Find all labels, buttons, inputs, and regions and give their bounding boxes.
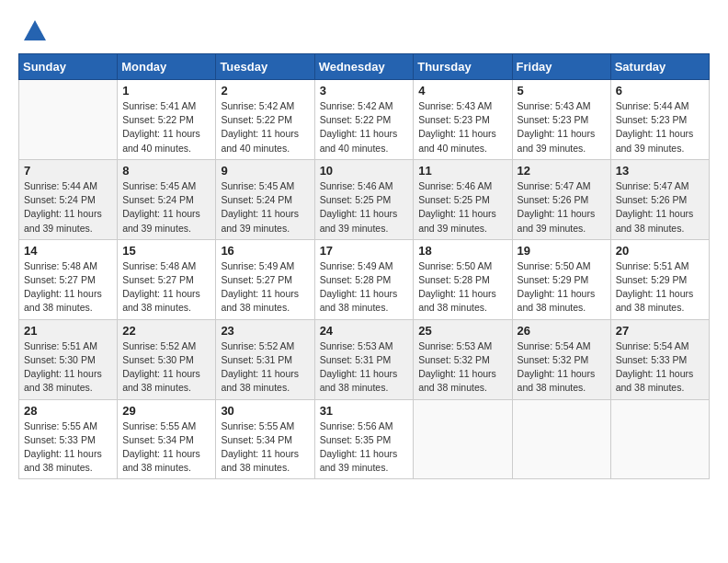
logo-icon [22,18,48,44]
calendar-cell: 29Sunrise: 5:55 AMSunset: 5:34 PMDayligh… [118,399,216,479]
day-number: 19 [518,244,606,258]
column-header-friday: Friday [512,54,610,80]
column-header-sunday: Sunday [19,54,118,80]
day-number: 1 [122,84,210,98]
day-info: Sunrise: 5:42 AMSunset: 5:22 PMDaylight:… [221,99,309,155]
calendar-cell: 8Sunrise: 5:45 AMSunset: 5:24 PMDaylight… [118,159,216,239]
day-number: 31 [320,404,409,418]
day-number: 22 [122,324,210,338]
day-number: 18 [418,244,506,258]
day-info: Sunrise: 5:45 AMSunset: 5:24 PMDaylight:… [122,179,210,236]
calendar-cell: 20Sunrise: 5:51 AMSunset: 5:29 PMDayligh… [610,239,709,319]
day-number: 12 [518,164,606,178]
day-number: 29 [122,404,210,418]
calendar-cell: 14Sunrise: 5:48 AMSunset: 5:27 PMDayligh… [19,239,118,319]
day-info: Sunrise: 5:43 AMSunset: 5:23 PMDaylight:… [418,99,506,155]
day-number: 5 [518,84,606,98]
day-info: Sunrise: 5:49 AMSunset: 5:28 PMDaylight:… [320,259,409,316]
day-info: Sunrise: 5:43 AMSunset: 5:23 PMDaylight:… [518,99,606,155]
calendar-cell: 26Sunrise: 5:54 AMSunset: 5:32 PMDayligh… [512,319,610,399]
calendar-cell: 5Sunrise: 5:43 AMSunset: 5:23 PMDaylight… [512,80,610,160]
calendar-cell: 17Sunrise: 5:49 AMSunset: 5:28 PMDayligh… [314,239,414,319]
day-number: 23 [221,324,309,338]
calendar-cell: 30Sunrise: 5:55 AMSunset: 5:34 PMDayligh… [216,399,314,479]
calendar-cell: 9Sunrise: 5:45 AMSunset: 5:24 PMDaylight… [216,159,314,239]
calendar-cell [512,399,610,479]
day-info: Sunrise: 5:49 AMSunset: 5:27 PMDaylight:… [221,259,309,316]
day-number: 8 [122,164,210,178]
day-number: 2 [221,84,309,98]
day-info: Sunrise: 5:51 AMSunset: 5:29 PMDaylight:… [616,259,704,316]
day-info: Sunrise: 5:44 AMSunset: 5:23 PMDaylight:… [616,99,704,155]
calendar-cell: 13Sunrise: 5:47 AMSunset: 5:26 PMDayligh… [610,159,709,239]
day-number: 24 [320,324,409,338]
logo [18,18,48,44]
day-info: Sunrise: 5:55 AMSunset: 5:33 PMDaylight:… [24,419,112,476]
day-info: Sunrise: 5:44 AMSunset: 5:24 PMDaylight:… [24,179,112,236]
calendar-cell: 18Sunrise: 5:50 AMSunset: 5:28 PMDayligh… [414,239,512,319]
day-number: 6 [616,84,704,98]
calendar-cell [414,399,512,479]
day-number: 26 [518,324,606,338]
page-header [18,18,710,44]
calendar-cell: 24Sunrise: 5:53 AMSunset: 5:31 PMDayligh… [314,319,414,399]
day-number: 28 [24,404,112,418]
calendar-cell: 27Sunrise: 5:54 AMSunset: 5:33 PMDayligh… [610,319,709,399]
column-header-thursday: Thursday [414,54,512,80]
day-number: 20 [616,244,704,258]
calendar-cell: 4Sunrise: 5:43 AMSunset: 5:23 PMDaylight… [414,80,512,160]
day-info: Sunrise: 5:52 AMSunset: 5:30 PMDaylight:… [122,339,210,396]
day-info: Sunrise: 5:55 AMSunset: 5:34 PMDaylight:… [221,419,309,476]
day-number: 14 [24,244,112,258]
day-info: Sunrise: 5:47 AMSunset: 5:26 PMDaylight:… [616,179,704,236]
day-number: 11 [418,164,506,178]
column-header-saturday: Saturday [610,54,709,80]
calendar-cell [610,399,709,479]
calendar-cell: 19Sunrise: 5:50 AMSunset: 5:29 PMDayligh… [512,239,610,319]
day-number: 13 [616,164,704,178]
day-info: Sunrise: 5:53 AMSunset: 5:31 PMDaylight:… [320,339,409,396]
day-number: 9 [221,164,309,178]
day-info: Sunrise: 5:50 AMSunset: 5:28 PMDaylight:… [418,259,506,316]
calendar-cell: 22Sunrise: 5:52 AMSunset: 5:30 PMDayligh… [118,319,216,399]
day-number: 25 [418,324,506,338]
day-info: Sunrise: 5:45 AMSunset: 5:24 PMDaylight:… [221,179,309,236]
day-info: Sunrise: 5:51 AMSunset: 5:30 PMDaylight:… [24,339,112,396]
day-number: 7 [24,164,112,178]
day-info: Sunrise: 5:48 AMSunset: 5:27 PMDaylight:… [122,259,210,316]
day-number: 17 [320,244,409,258]
day-info: Sunrise: 5:42 AMSunset: 5:22 PMDaylight:… [320,99,409,155]
calendar-cell: 1Sunrise: 5:41 AMSunset: 5:22 PMDaylight… [118,80,216,160]
day-info: Sunrise: 5:41 AMSunset: 5:22 PMDaylight:… [122,99,210,155]
day-info: Sunrise: 5:54 AMSunset: 5:32 PMDaylight:… [518,339,606,396]
column-header-wednesday: Wednesday [314,54,414,80]
calendar-cell: 10Sunrise: 5:46 AMSunset: 5:25 PMDayligh… [314,159,414,239]
day-info: Sunrise: 5:47 AMSunset: 5:26 PMDaylight:… [518,179,606,236]
calendar-cell [19,80,118,160]
calendar-cell: 6Sunrise: 5:44 AMSunset: 5:23 PMDaylight… [610,80,709,160]
calendar-cell: 2Sunrise: 5:42 AMSunset: 5:22 PMDaylight… [216,80,314,160]
calendar-cell: 21Sunrise: 5:51 AMSunset: 5:30 PMDayligh… [19,319,118,399]
calendar-cell: 12Sunrise: 5:47 AMSunset: 5:26 PMDayligh… [512,159,610,239]
day-number: 30 [221,404,309,418]
calendar-cell: 11Sunrise: 5:46 AMSunset: 5:25 PMDayligh… [414,159,512,239]
calendar-cell: 28Sunrise: 5:55 AMSunset: 5:33 PMDayligh… [19,399,118,479]
day-number: 27 [616,324,704,338]
column-header-tuesday: Tuesday [216,54,314,80]
day-number: 10 [320,164,409,178]
day-info: Sunrise: 5:52 AMSunset: 5:31 PMDaylight:… [221,339,309,396]
day-info: Sunrise: 5:46 AMSunset: 5:25 PMDaylight:… [418,179,506,236]
day-info: Sunrise: 5:53 AMSunset: 5:32 PMDaylight:… [418,339,506,396]
day-info: Sunrise: 5:46 AMSunset: 5:25 PMDaylight:… [320,179,409,236]
day-info: Sunrise: 5:50 AMSunset: 5:29 PMDaylight:… [518,259,606,316]
day-info: Sunrise: 5:56 AMSunset: 5:35 PMDaylight:… [320,419,409,476]
calendar-cell: 15Sunrise: 5:48 AMSunset: 5:27 PMDayligh… [118,239,216,319]
day-number: 3 [320,84,409,98]
day-number: 4 [418,84,506,98]
calendar-cell: 25Sunrise: 5:53 AMSunset: 5:32 PMDayligh… [414,319,512,399]
day-info: Sunrise: 5:48 AMSunset: 5:27 PMDaylight:… [24,259,112,316]
calendar-cell: 16Sunrise: 5:49 AMSunset: 5:27 PMDayligh… [216,239,314,319]
calendar-cell: 31Sunrise: 5:56 AMSunset: 5:35 PMDayligh… [314,399,414,479]
day-info: Sunrise: 5:55 AMSunset: 5:34 PMDaylight:… [122,419,210,476]
day-number: 15 [122,244,210,258]
